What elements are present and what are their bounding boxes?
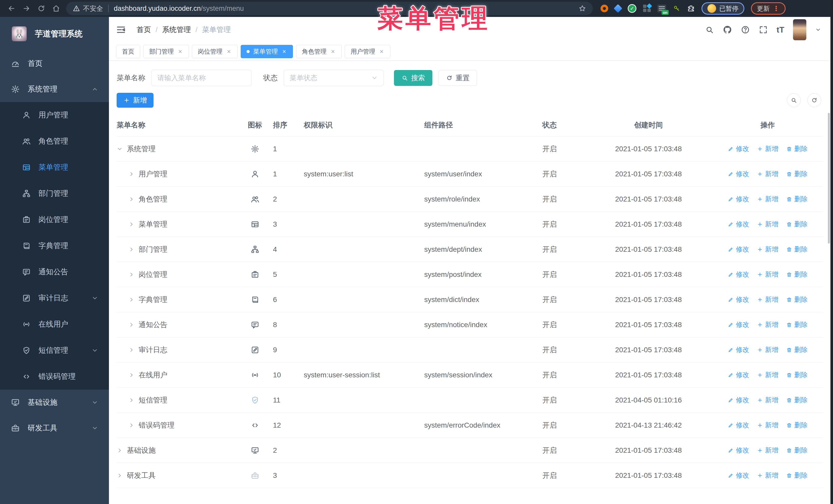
tab-菜单管理[interactable]: 菜单管理 — [241, 45, 293, 58]
sidebar-subitem-dict[interactable]: 字典管理 — [0, 233, 109, 259]
tab-岗位管理[interactable]: 岗位管理 — [192, 45, 238, 58]
sidebar-item-monitor[interactable]: 基础设施 — [0, 390, 109, 415]
row-action-pen[interactable]: 修改 — [728, 245, 749, 254]
row-action-pen[interactable]: 修改 — [728, 320, 749, 329]
row-action-plus[interactable]: 新增 — [757, 320, 779, 329]
bookmark-star-icon[interactable] — [578, 5, 586, 12]
search-icon[interactable] — [705, 25, 714, 34]
font-size-icon[interactable]: tT — [777, 25, 784, 34]
help-icon[interactable] — [741, 25, 750, 34]
row-action-trash[interactable]: 删除 — [786, 421, 808, 430]
row-action-trash[interactable]: 删除 — [786, 370, 808, 379]
extension-squares-icon[interactable] — [643, 5, 651, 12]
add-button[interactable]: 新增 — [117, 93, 153, 108]
expand-caret-icon[interactable] — [128, 397, 135, 403]
tab-角色管理[interactable]: 角色管理 — [296, 45, 342, 58]
row-action-pen[interactable]: 修改 — [728, 395, 749, 405]
sidebar-subitem-online[interactable]: 在线用户 — [0, 311, 109, 337]
close-tab-icon[interactable] — [177, 49, 183, 54]
row-action-trash[interactable]: 删除 — [786, 295, 808, 304]
row-action-pen[interactable]: 修改 — [728, 345, 749, 354]
row-action-trash[interactable]: 删除 — [786, 446, 808, 455]
row-action-plus[interactable]: 新增 — [757, 245, 779, 254]
expand-caret-icon[interactable] — [128, 246, 135, 253]
row-action-pen[interactable]: 修改 — [728, 471, 749, 480]
sidebar-subitem-code[interactable]: 错误码管理 — [0, 363, 109, 390]
sidebar-subitem-shield[interactable]: 短信管理 — [0, 337, 109, 363]
row-action-plus[interactable]: 新增 — [757, 421, 779, 430]
row-action-plus[interactable]: 新增 — [757, 295, 779, 304]
row-action-trash[interactable]: 删除 — [786, 169, 808, 178]
expand-caret-icon[interactable] — [128, 196, 135, 202]
row-action-trash[interactable]: 删除 — [786, 395, 808, 405]
reset-button[interactable]: 重置 — [438, 70, 477, 86]
row-action-pen[interactable]: 修改 — [728, 195, 749, 203]
search-button[interactable]: 搜索 — [394, 70, 432, 86]
expand-caret-icon[interactable] — [128, 422, 135, 428]
expand-caret-icon[interactable] — [128, 322, 135, 328]
menu-name-input[interactable] — [151, 70, 252, 86]
row-action-pen[interactable]: 修改 — [728, 220, 749, 229]
profile-paused-badge[interactable]: 已暂停 — [701, 2, 744, 15]
row-action-trash[interactable]: 删除 — [786, 345, 808, 354]
expand-caret-icon[interactable] — [128, 221, 135, 227]
sidebar-subitem-menu[interactable]: 菜单管理 — [0, 154, 109, 181]
avatar-dropdown-caret-icon[interactable] — [815, 27, 821, 33]
row-action-trash[interactable]: 删除 — [786, 195, 808, 203]
close-tab-icon[interactable] — [226, 49, 232, 54]
sidebar-collapse-icon[interactable] — [116, 24, 126, 35]
close-tab-icon[interactable] — [379, 49, 384, 54]
browser-home-button[interactable] — [49, 2, 64, 15]
row-action-pen[interactable]: 修改 — [728, 370, 749, 379]
row-action-trash[interactable]: 删除 — [786, 471, 808, 480]
row-action-plus[interactable]: 新增 — [757, 144, 779, 153]
row-action-plus[interactable]: 新增 — [757, 471, 779, 480]
avatar[interactable] — [793, 19, 806, 40]
expand-caret-icon[interactable] — [128, 296, 135, 303]
sidebar-subitem-user[interactable]: 用户管理 — [0, 102, 109, 128]
row-action-pen[interactable]: 修改 — [728, 295, 749, 304]
row-action-plus[interactable]: 新增 — [757, 220, 779, 229]
expand-caret-icon[interactable] — [128, 347, 135, 353]
row-action-plus[interactable]: 新增 — [757, 345, 779, 354]
address-bar[interactable]: 不安全 dashboard.yudao.iocoder.cn /system/m… — [66, 2, 593, 15]
expand-caret-icon[interactable] — [117, 146, 123, 152]
expand-caret-icon[interactable] — [117, 473, 123, 479]
row-action-pen[interactable]: 修改 — [728, 446, 749, 455]
row-action-trash[interactable]: 删除 — [786, 220, 808, 229]
sidebar-item-dashboard[interactable]: 首页 — [0, 51, 109, 76]
row-action-trash[interactable]: 删除 — [786, 320, 808, 329]
fullscreen-icon[interactable] — [759, 25, 768, 34]
extension-key-icon[interactable] — [673, 5, 681, 12]
sidebar-subitem-badge[interactable]: 岗位管理 — [0, 207, 109, 233]
browser-forward-button[interactable] — [19, 2, 34, 15]
sidebar-subitem-users[interactable]: 角色管理 — [0, 128, 109, 154]
expand-caret-icon[interactable] — [128, 171, 135, 177]
row-action-pen[interactable]: 修改 — [728, 169, 749, 178]
refresh-table-button[interactable] — [807, 93, 821, 107]
status-select[interactable]: 菜单状态 — [284, 70, 384, 86]
tab-部门管理[interactable]: 部门管理 — [143, 45, 189, 58]
tab-首页[interactable]: 首页 — [116, 45, 140, 58]
sidebar-item-toolbox[interactable]: 研发工具 — [0, 415, 109, 441]
extension-green-check-icon[interactable]: ✓ — [628, 4, 636, 13]
toggle-search-button[interactable] — [787, 93, 801, 107]
row-action-plus[interactable]: 新增 — [757, 195, 779, 203]
extensions-puzzle-icon[interactable] — [687, 5, 695, 12]
expand-caret-icon[interactable] — [128, 372, 135, 378]
browser-update-button[interactable]: 更新 ⋮ — [751, 2, 786, 15]
expand-caret-icon[interactable] — [128, 271, 135, 278]
row-action-trash[interactable]: 删除 — [786, 245, 808, 254]
kebab-menu-icon[interactable]: ⋮ — [773, 5, 780, 13]
row-action-pen[interactable]: 修改 — [728, 144, 749, 153]
breadcrumb-system[interactable]: 系统管理 — [162, 25, 191, 34]
row-action-plus[interactable]: 新增 — [757, 169, 779, 178]
browser-back-button[interactable] — [4, 2, 19, 15]
scrollbar-thumb[interactable] — [828, 113, 830, 243]
row-action-trash[interactable]: 删除 — [786, 144, 808, 153]
row-action-plus[interactable]: 新增 — [757, 395, 779, 405]
row-action-plus[interactable]: 新增 — [757, 270, 779, 279]
browser-reload-button[interactable] — [34, 2, 49, 15]
extension-diamond-icon[interactable] — [614, 4, 622, 13]
extension-list-icon[interactable]: on — [658, 5, 666, 12]
